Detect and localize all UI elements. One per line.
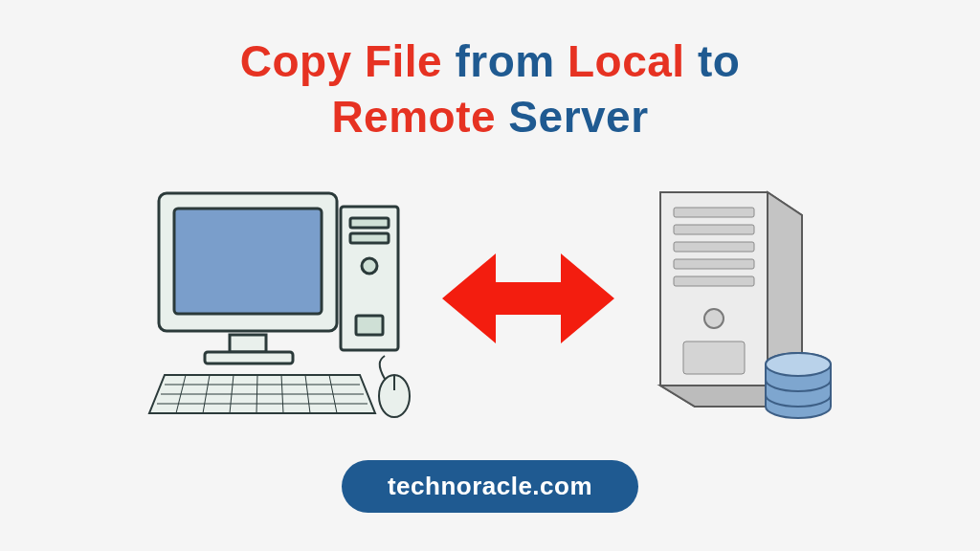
svg-point-26 (704, 309, 724, 328)
svg-rect-25 (674, 276, 754, 286)
svg-rect-24 (674, 259, 754, 269)
svg-rect-7 (205, 352, 293, 364)
svg-rect-23 (674, 242, 754, 252)
svg-point-29 (766, 353, 831, 376)
svg-rect-27 (683, 342, 745, 374)
bidirectional-arrow-icon (442, 246, 614, 351)
desktop-computer-icon (138, 174, 415, 423)
server-tower-icon (641, 169, 842, 428)
svg-rect-2 (350, 233, 389, 243)
svg-marker-20 (442, 253, 614, 343)
title-part-local: Local (568, 36, 685, 86)
title-part-remote: Remote (331, 92, 496, 142)
title-part-to: to (685, 36, 741, 86)
site-badge: technoracle.com (342, 460, 638, 513)
svg-rect-4 (356, 316, 383, 335)
illustration-row (126, 169, 854, 428)
diagram-canvas: Copy File from Local to Remote Server (0, 0, 980, 551)
title-part-copy-file: Copy File (240, 36, 443, 86)
svg-rect-5 (174, 209, 322, 314)
database-cylinder-icon (766, 353, 831, 418)
diagram-title: Copy File from Local to Remote Server (240, 34, 741, 144)
svg-rect-1 (350, 218, 389, 228)
title-part-from: from (442, 36, 568, 86)
site-badge-label: technoracle.com (388, 472, 592, 500)
svg-rect-6 (230, 335, 266, 352)
svg-rect-22 (674, 225, 754, 234)
svg-point-3 (362, 258, 377, 274)
svg-rect-21 (674, 208, 754, 217)
title-part-server: Server (496, 92, 649, 142)
